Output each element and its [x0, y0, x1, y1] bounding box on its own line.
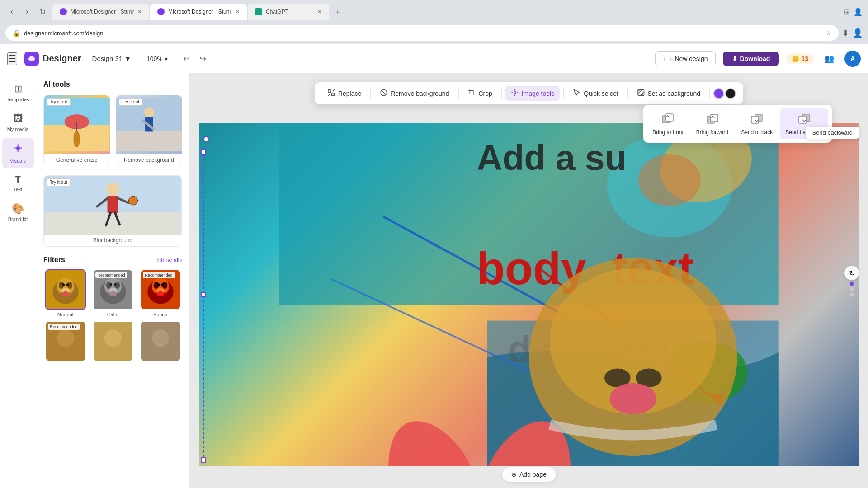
- sep-6: [709, 88, 710, 99]
- brand-icon: 🎨: [12, 203, 24, 215]
- main-layout: ⊞ Templates 🖼 My media Visuals T Text: [0, 73, 868, 488]
- new-design-label: + New design: [669, 55, 708, 62]
- new-design-btn[interactable]: + + New design: [655, 51, 715, 66]
- zoom-control[interactable]: 100% ▾: [142, 53, 172, 64]
- ai-tool-generative-erase[interactable]: Try it out Generative erase: [43, 95, 110, 166]
- share-btn[interactable]: 👥: [821, 51, 837, 67]
- set-bg-btn[interactable]: Set as background: [631, 86, 706, 101]
- try-it-out-badge-3: Try it out: [47, 178, 71, 186]
- undo-btn[interactable]: ↩: [179, 52, 194, 66]
- coins-badge: 🪙 13: [786, 53, 814, 64]
- new-tab-btn[interactable]: +: [330, 5, 346, 20]
- designer-logo-icon: [24, 52, 39, 66]
- svg-rect-60: [332, 93, 335, 96]
- filter-row2-2[interactable]: [91, 321, 135, 363]
- filter-punch-thumb: Recommended: [140, 269, 181, 310]
- zoom-dot-3[interactable]: [850, 293, 854, 296]
- rotate-btn[interactable]: ↻: [844, 266, 859, 280]
- tab-2-close[interactable]: ✕: [235, 9, 240, 15]
- remove-bg-btn[interactable]: Remove background: [374, 86, 454, 101]
- sidebar-item-visuals[interactable]: Visuals: [2, 138, 34, 168]
- browser-icons: ⊞ 👤: [844, 8, 863, 16]
- tab-1-label: Microsoft Designer - Stunning...: [71, 9, 134, 15]
- canvas-area: Replace Remove background: [190, 73, 868, 488]
- send-to-back-btn[interactable]: Send to back: [736, 108, 778, 139]
- sidebar-item-templates[interactable]: ⊞ Templates: [2, 79, 34, 107]
- sidebar: ⊞ Templates 🖼 My media Visuals T Text: [0, 73, 36, 488]
- show-all-text: Show all: [157, 257, 179, 263]
- try-it-out-badge-1: Try it out: [47, 98, 71, 106]
- avatar-btn[interactable]: A: [844, 51, 861, 67]
- svg-point-54: [57, 329, 74, 347]
- download-btn[interactable]: ⬇ Download: [723, 52, 779, 66]
- sidebar-item-text[interactable]: T Text: [2, 170, 34, 197]
- filter-row2-1[interactable]: Recommended: [43, 321, 87, 363]
- filter-normal-label: Normal: [57, 312, 73, 317]
- tab-1-close[interactable]: ✕: [137, 9, 142, 15]
- download-label: Download: [740, 55, 770, 62]
- quick-select-label: Quick select: [584, 90, 618, 97]
- color-swatch-purple[interactable]: [713, 88, 724, 99]
- coin-icon: 🪙: [792, 55, 799, 62]
- image-tools-btn[interactable]: Image tools: [505, 86, 560, 101]
- avatar-letter: A: [850, 55, 855, 62]
- account-icon[interactable]: 👤: [853, 28, 863, 38]
- zoom-dot-1[interactable]: [850, 282, 854, 286]
- sidebar-item-brand[interactable]: 🎨 Brand kit: [2, 198, 34, 226]
- ai-tool-remove-bg[interactable]: Try it out Remove background: [116, 95, 183, 166]
- blur-bg-image: Try it out: [44, 176, 182, 235]
- back-btn[interactable]: ‹: [5, 5, 18, 18]
- quick-select-btn[interactable]: Quick select: [567, 86, 623, 101]
- tab-1[interactable]: Microsoft Designer - Stunning... ✕: [52, 4, 149, 20]
- download-icon[interactable]: ⬇: [842, 28, 849, 38]
- visuals-icon: [13, 143, 24, 156]
- zoom-dot-2[interactable]: [850, 287, 854, 291]
- tab-2[interactable]: Microsoft Designer - Stunning... ✕: [150, 4, 247, 20]
- redo-btn[interactable]: ↪: [196, 52, 210, 66]
- design-title[interactable]: Design 31 ▼: [89, 53, 135, 64]
- designer-logo: Designer: [24, 52, 81, 66]
- recommended-badge-calm: Recommended: [95, 272, 127, 278]
- extensions-icon[interactable]: ⊞: [844, 8, 850, 16]
- filter-row2-3[interactable]: [138, 321, 182, 363]
- star-icon[interactable]: ☆: [826, 30, 831, 37]
- crop-btn[interactable]: Crop: [462, 86, 497, 101]
- layer-dropdown-row: Bring to front Bring forward: [647, 108, 828, 139]
- design-canvas[interactable]: Add a su: [199, 123, 859, 466]
- replace-icon: [327, 89, 335, 98]
- tooltip-text: Send backward: [812, 129, 853, 136]
- svg-point-58: [151, 329, 169, 347]
- add-page-btn[interactable]: ⊕ Add page: [502, 467, 556, 482]
- sidebar-item-media[interactable]: 🖼 My media: [2, 108, 34, 136]
- browser-chrome: ‹ › ↻ Microsoft Designer - Stunning... ✕…: [0, 0, 868, 23]
- address-bar[interactable]: 🔒 designer.microsoft.com/design ☆: [5, 25, 839, 41]
- profile-icon[interactable]: 👤: [854, 8, 863, 16]
- filter-punch[interactable]: Recommended: [138, 269, 182, 317]
- svg-point-10: [73, 131, 80, 147]
- replace-btn[interactable]: Replace: [322, 86, 367, 101]
- refresh-btn[interactable]: ↻: [36, 5, 49, 18]
- filter-calm[interactable]: Recommended: [91, 269, 135, 317]
- design-name-text: Design 31: [92, 55, 123, 62]
- show-all-link[interactable]: Show all ›: [157, 257, 182, 263]
- try-it-out-badge-2: Try it out: [119, 98, 143, 106]
- filter-punch-label: Punch: [153, 312, 167, 317]
- color-swatch-dark[interactable]: [725, 88, 736, 99]
- svg-rect-59: [328, 89, 331, 92]
- coins-value: 13: [801, 55, 808, 62]
- filters-header: Filters Show all ›: [43, 256, 182, 264]
- ai-tools-title: AI tools: [43, 80, 182, 89]
- filter-grid: Normal Recommended: [43, 269, 182, 317]
- ai-tool-blur-bg[interactable]: Try it out Blur background: [43, 175, 182, 247]
- tab-3-close[interactable]: ✕: [317, 9, 322, 15]
- filter-normal[interactable]: Normal: [43, 269, 87, 317]
- selection-point-top: [203, 136, 209, 142]
- forward-btn[interactable]: ›: [21, 5, 33, 18]
- bring-to-front-icon: [661, 112, 674, 127]
- bring-to-front-btn[interactable]: Bring to front: [647, 108, 689, 139]
- filter-calm-label: Calm: [107, 312, 119, 317]
- bring-forward-btn[interactable]: Bring forward: [691, 108, 734, 139]
- svg-rect-12: [116, 131, 182, 151]
- tab-3[interactable]: ChatGPT ✕: [248, 4, 329, 20]
- hamburger-btn[interactable]: ☰: [7, 52, 17, 65]
